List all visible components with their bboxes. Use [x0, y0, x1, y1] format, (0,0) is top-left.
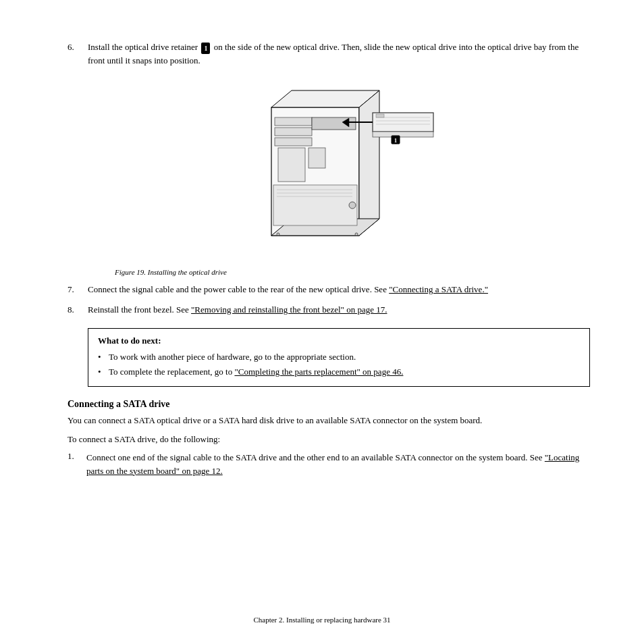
what-to-do-item-2-prefix: To complete the replacement, go to: [109, 367, 234, 377]
sata-step-1: 1. Connect one end of the signal cable t…: [68, 451, 590, 477]
figure-container: 1 Figure 19. Installing the optical driv…: [88, 80, 590, 276]
step-7-text: Connect the signal cable and the power c…: [88, 283, 590, 296]
sata-step-1-text: Connect one end of the signal cable to t…: [86, 451, 590, 477]
step-6-number: 6.: [68, 41, 88, 67]
what-to-do-item-2-link[interactable]: "Completing the parts replacement" on pa…: [234, 367, 403, 377]
retainer-badge: 1: [201, 43, 210, 54]
what-to-do-title: What to do next:: [98, 336, 580, 346]
connecting-sata-title: Connecting a SATA drive: [68, 399, 590, 410]
svg-rect-3: [275, 117, 312, 126]
what-to-do-item-2-text: To complete the replacement, go to "Comp…: [109, 365, 403, 379]
step-8-text: Reinstall the front bezel. See "Removing…: [88, 303, 590, 317]
sata-step-1-text-before: Connect one end of the signal cable to t…: [86, 452, 545, 462]
footer-text: Chapter 2. Installing or replacing hardw…: [253, 616, 390, 624]
figure-caption: Figure 19. Installing the optical drive: [115, 268, 227, 276]
optical-drive-illustration: 1: [231, 80, 447, 263]
step-7-number: 7.: [68, 283, 88, 296]
svg-text:1: 1: [394, 137, 398, 144]
what-to-do-box: What to do next: • To work with another …: [88, 328, 590, 387]
svg-point-26: [355, 233, 358, 236]
step-8-number: 8.: [68, 303, 88, 317]
connecting-sata-intro: You can connect a SATA optical drive or …: [68, 414, 590, 427]
page: 6. Install the optical drive retainer 1 …: [0, 0, 644, 644]
step-6-text1: Install the optical drive retainer: [88, 42, 200, 52]
svg-rect-10: [273, 185, 357, 225]
bullet-1: •: [98, 350, 109, 364]
svg-rect-20: [376, 114, 384, 117]
svg-marker-2: [359, 90, 379, 236]
step-7: 7. Connect the signal cable and the powe…: [68, 283, 590, 296]
svg-rect-5: [275, 138, 312, 146]
step-8: 8. Reinstall the front bezel. See "Remov…: [68, 303, 590, 317]
what-to-do-item-1: • To work with another piece of hardware…: [98, 350, 580, 364]
step-6: 6. Install the optical drive retainer 1 …: [68, 41, 590, 67]
connecting-sata-instruction: To connect a SATA drive, do the followin…: [68, 433, 590, 446]
page-footer: Chapter 2. Installing or replacing hardw…: [0, 616, 644, 624]
sata-step-1-number: 1.: [68, 451, 86, 477]
svg-rect-16: [373, 132, 433, 137]
step-8-text-before: Reinstall the front bezel. See: [88, 304, 191, 315]
svg-rect-7: [308, 148, 325, 168]
svg-point-25: [277, 233, 279, 236]
what-to-do-item-2: • To complete the replacement, go to "Co…: [98, 365, 580, 379]
step-8-link[interactable]: "Removing and reinstalling the front bez…: [191, 304, 387, 315]
step-7-text-before: Connect the signal cable and the power c…: [88, 284, 389, 294]
svg-rect-6: [278, 148, 305, 182]
what-to-do-item-1-text: To work with another piece of hardware, …: [109, 350, 356, 364]
step-6-text: Install the optical drive retainer 1 on …: [88, 41, 590, 67]
bullet-2: •: [98, 365, 109, 379]
svg-rect-4: [275, 128, 312, 136]
step-7-link[interactable]: "Connecting a SATA drive.": [389, 284, 488, 294]
svg-point-11: [349, 202, 356, 209]
